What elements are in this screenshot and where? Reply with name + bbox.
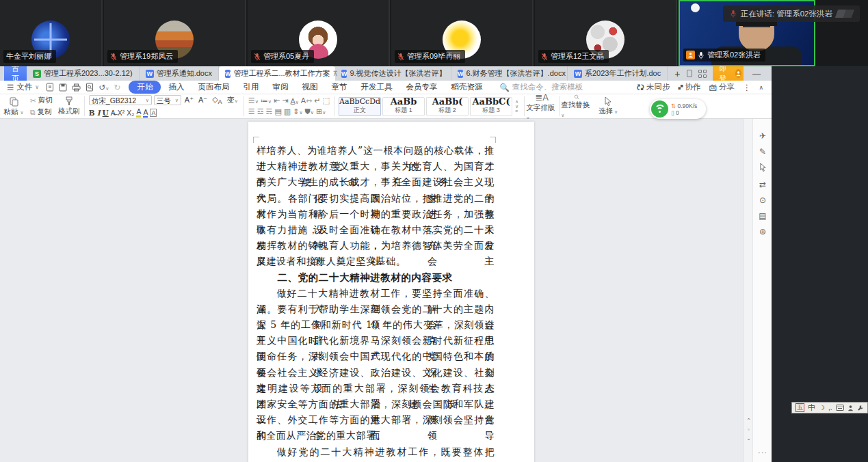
- menu-item-docer[interactable]: 稻壳资源: [445, 81, 488, 94]
- select-cursor-icon[interactable]: [759, 163, 767, 174]
- menu-item-dev-tools[interactable]: 开发工具: [354, 81, 398, 94]
- clear-format-icon[interactable]: ◇A: [211, 95, 224, 105]
- font-size-select[interactable]: 三号 ∨: [154, 95, 181, 105]
- file-tab[interactable]: S 管理工程系2023...30-2.12): [27, 66, 140, 81]
- document-canvas[interactable]: 样培养人、为谁培养人”这一根本问题的核心载体，推进党的二 十大精神进教材意义重大…: [0, 119, 744, 462]
- text-line[interactable]: 国家安全等方面的重大部署，深刻领会国防和军队建设、港澳台: [257, 396, 495, 412]
- collaborate-button[interactable]: 🙾协作: [679, 82, 701, 92]
- ime-mode-chinese[interactable]: 中: [808, 403, 815, 413]
- doc-settings-icon[interactable]: ▤: [759, 211, 766, 221]
- save-icon[interactable]: [59, 83, 67, 92]
- undo-icon[interactable]: ↺∨: [98, 83, 109, 92]
- increase-indent-button[interactable]: ⇥: [282, 96, 288, 105]
- text-layout-tool[interactable]: ≣A 文字排版 ∨: [526, 94, 557, 118]
- line-spacing-button[interactable]: ⇕∨: [293, 107, 302, 116]
- text-effects-icon[interactable]: 变∨: [226, 95, 239, 105]
- menu-item-review[interactable]: 审阅: [266, 81, 294, 94]
- wrench-icon[interactable]: [857, 405, 864, 411]
- text-line[interactable]: 主义中国化时代化新境界，深刻领会新时代新征程中国共产党的: [257, 333, 495, 349]
- document-text[interactable]: 样培养人、为谁培养人”这一根本问题的核心载体，推进党的二 十大精神进教材意义重大…: [257, 143, 495, 462]
- document-page[interactable]: 样培养人、为谁培养人”这一根本问题的核心载体，推进党的二 十大精神进教材意义重大…: [248, 122, 534, 462]
- print-icon[interactable]: [72, 83, 81, 92]
- preview-icon[interactable]: [86, 83, 94, 92]
- redo-icon[interactable]: ↻: [114, 83, 120, 92]
- wrap-icon[interactable]: ↵: [314, 96, 320, 105]
- text-line[interactable]: 去 5 年的工作和新时代 10 年的伟大变革，深刻领会开辟马克思: [257, 317, 495, 333]
- highlight-button[interactable]: A: [136, 107, 141, 118]
- sync-status[interactable]: 🗘未同步: [637, 82, 670, 92]
- style-scroll-down-icon[interactable]: ∨: [515, 104, 518, 109]
- italic-button[interactable]: I: [97, 109, 101, 117]
- menu-item-member[interactable]: 会员专享: [399, 81, 443, 94]
- paste-button[interactable]: 粘贴 ∨: [0, 94, 27, 118]
- user-icon[interactable]: [847, 405, 854, 411]
- char-border-icon[interactable]: A: [150, 109, 157, 117]
- text-line[interactable]: 发挥教材的铸魂育人功能，为培养德智体美劳全面发展的社会主: [257, 238, 495, 254]
- distribute-button[interactable]: ▥: [284, 107, 291, 116]
- menu-item-section[interactable]: 章节: [325, 81, 353, 94]
- style-heading1[interactable]: AaBb 标题 1: [382, 97, 425, 116]
- text-line[interactable]: 使命任务，深刻领会中国式现代化的中国特色和本质要求，深刻: [257, 349, 495, 364]
- decrease-indent-button[interactable]: ⇤: [274, 96, 280, 105]
- punctuation-icon[interactable]: ,.: [828, 404, 832, 411]
- strikethrough-button[interactable]: A̶: [111, 109, 116, 117]
- file-menu[interactable]: ☰ 文件 ∨: [0, 82, 44, 92]
- text-line[interactable]: 样培养人、为谁培养人”这一根本问题的核心载体，推进党的二: [257, 143, 495, 159]
- annotate-pen-icon[interactable]: ✎: [759, 147, 766, 157]
- superscript-button[interactable]: X²: [118, 109, 125, 117]
- minimize-button[interactable]: —: [750, 69, 763, 79]
- style-heading3[interactable]: AaBbC( 标题 3: [470, 97, 512, 116]
- shading-button[interactable]: ⛊∨: [305, 107, 314, 116]
- text-line[interactable]: 涵。要有利于帮助学生深刻领会党的二十大的主题，深刻领会过: [257, 301, 495, 317]
- net-speed-widget[interactable]: ⇅ 0.90K/s ▯ 0: [650, 99, 706, 119]
- file-tab[interactable]: W 管理系通知.docx: [140, 66, 219, 81]
- browse-object-icon[interactable]: ◦: [748, 426, 750, 433]
- menu-item-references[interactable]: 引用: [237, 81, 265, 94]
- text-line[interactable]: 工作、外交工作等方面的重大部署，深刻领会坚持党的全面领导: [257, 412, 495, 428]
- number-list-button[interactable]: ≔∨: [261, 96, 272, 105]
- subscript-button[interactable]: X₂: [127, 109, 134, 117]
- ime-logo-icon[interactable]: 五: [795, 403, 804, 412]
- participant-tile[interactable]: 牛金平刘丽娜: [0, 0, 103, 66]
- file-tab[interactable]: W 系2023年工作计划.doc: [568, 66, 668, 81]
- cut-button[interactable]: ✂剪切: [30, 96, 53, 105]
- bullet-list-button[interactable]: ☰∨: [248, 96, 259, 105]
- justify-button[interactable]: ▤: [274, 107, 281, 116]
- align-center-button[interactable]: ☲: [257, 107, 264, 116]
- participant-tile[interactable]: 管理系09毕再丽: [391, 0, 534, 66]
- menu-item-insert[interactable]: 插入: [162, 81, 190, 94]
- text-direction-icon[interactable]: A̲∨: [290, 97, 298, 105]
- history-clock-icon[interactable]: ⊙: [759, 195, 766, 205]
- copy-button[interactable]: ⧉复制: [30, 107, 53, 117]
- participant-tile[interactable]: 管理系05夏丹: [248, 0, 390, 66]
- participant-tile[interactable]: 管理系19郑凤云: [104, 0, 246, 66]
- file-tab[interactable]: W 6.财务管理【张洪岩评】.docx: [451, 66, 568, 81]
- section-heading[interactable]: 二、党的二十大精神进教材的内容要求: [257, 270, 495, 286]
- vertical-scrollbar[interactable]: ⌃ ◦ ⌄: [744, 119, 752, 462]
- menu-item-page-layout[interactable]: 页面布局: [192, 81, 235, 94]
- bold-button[interactable]: B: [89, 109, 95, 117]
- text-line[interactable]: 材作为当前和今后一个时期的重要政治任务，加强整体设计，采: [257, 206, 495, 222]
- font-color-button[interactable]: A: [143, 108, 148, 118]
- page-up-icon[interactable]: ⌃: [746, 418, 751, 424]
- underline-button[interactable]: U: [103, 109, 109, 117]
- show-marks-icon[interactable]: ⬚: [323, 96, 330, 105]
- fullwidth-moon-icon[interactable]: ☽: [819, 404, 825, 411]
- restore-button[interactable]: [770, 69, 772, 79]
- text-line[interactable]: 文明建设等方面的重大部署，深刻领会教育科技人才、法治建设、: [257, 381, 495, 396]
- collapse-ribbon-icon[interactable]: ∧: [759, 84, 763, 91]
- style-scroll-up-icon[interactable]: ∧: [515, 99, 518, 104]
- text-line[interactable]: 领会社会主义经济建设、政治建设、文化建设、社会建设、生态: [257, 365, 495, 381]
- format-painter-button[interactable]: 格式刷: [55, 94, 83, 118]
- select-tool-button[interactable]: 选择 ∨: [592, 94, 624, 118]
- borders-button[interactable]: ⊞∨: [316, 107, 326, 116]
- participant-tile[interactable]: 管理系12王文晶: [535, 0, 677, 66]
- font-name-select[interactable]: 仿宋_GB2312 ∨: [89, 95, 152, 105]
- fit-width-icon[interactable]: ⇄: [759, 180, 766, 189]
- menu-item-view[interactable]: 视图: [295, 81, 324, 94]
- workspace-grid-icon[interactable]: [698, 70, 707, 78]
- menu-item-home[interactable]: 开始: [129, 81, 161, 94]
- style-more-icon[interactable]: ≡: [515, 109, 518, 113]
- align-left-button[interactable]: ☰: [248, 107, 255, 116]
- skin-center-icon[interactable]: [687, 70, 692, 77]
